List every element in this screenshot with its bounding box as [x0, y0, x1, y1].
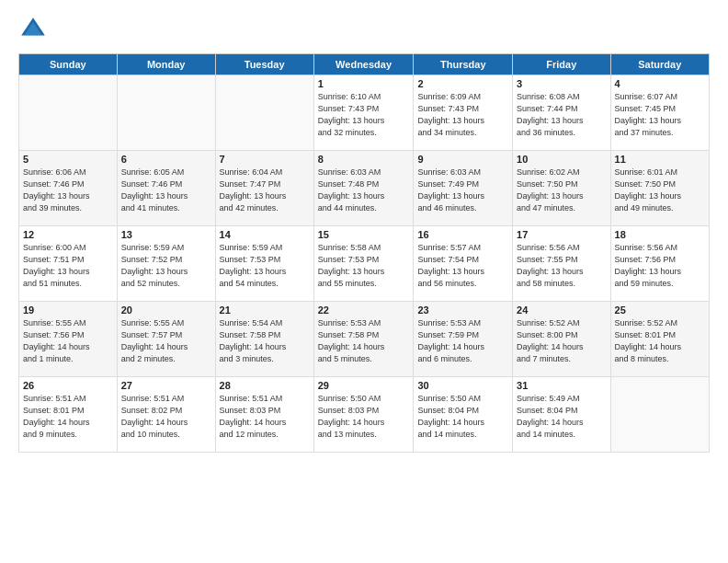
calendar-cell: 1Sunrise: 6:10 AM Sunset: 7:43 PM Daylig…	[313, 75, 414, 151]
day-number: 1	[318, 78, 410, 89]
day-detail: Sunrise: 6:03 AM Sunset: 7:48 PM Dayligh…	[318, 167, 410, 214]
calendar-cell: 25Sunrise: 5:52 AM Sunset: 8:01 PM Dayli…	[610, 302, 709, 377]
week-row-2: 5Sunrise: 6:06 AM Sunset: 7:46 PM Daylig…	[19, 151, 710, 226]
day-number: 9	[417, 154, 508, 165]
calendar-cell: 15Sunrise: 5:58 AM Sunset: 7:53 PM Dayli…	[313, 226, 414, 302]
calendar-cell: 24Sunrise: 5:52 AM Sunset: 8:00 PM Dayli…	[513, 302, 610, 377]
weekday-header-row: SundayMondayTuesdayWednesdayThursdayFrid…	[19, 54, 710, 75]
day-detail: Sunrise: 5:59 AM Sunset: 7:52 PM Dayligh…	[121, 242, 211, 290]
calendar-cell	[215, 75, 313, 151]
day-detail: Sunrise: 6:00 AM Sunset: 7:51 PM Dayligh…	[23, 242, 113, 290]
day-number: 11	[615, 154, 705, 165]
day-number: 10	[517, 154, 606, 165]
calendar-cell: 18Sunrise: 5:56 AM Sunset: 7:56 PM Dayli…	[610, 226, 709, 302]
calendar-cell: 16Sunrise: 5:57 AM Sunset: 7:54 PM Dayli…	[414, 226, 513, 302]
day-detail: Sunrise: 5:57 AM Sunset: 7:54 PM Dayligh…	[417, 242, 508, 290]
calendar-cell	[19, 75, 118, 151]
day-number: 20	[121, 304, 211, 316]
week-row-1: 1Sunrise: 6:10 AM Sunset: 7:43 PM Daylig…	[19, 75, 710, 151]
day-detail: Sunrise: 5:51 AM Sunset: 8:01 PM Dayligh…	[23, 393, 113, 441]
day-number: 4	[615, 78, 705, 89]
day-detail: Sunrise: 5:59 AM Sunset: 7:53 PM Dayligh…	[220, 242, 310, 290]
day-detail: Sunrise: 5:58 AM Sunset: 7:53 PM Dayligh…	[318, 242, 410, 290]
calendar-cell: 22Sunrise: 5:53 AM Sunset: 7:58 PM Dayli…	[313, 302, 414, 377]
calendar-cell: 8Sunrise: 6:03 AM Sunset: 7:48 PM Daylig…	[313, 151, 414, 226]
day-number: 26	[23, 380, 113, 391]
day-detail: Sunrise: 5:50 AM Sunset: 8:04 PM Dayligh…	[417, 393, 508, 441]
weekday-header-saturday: Saturday	[610, 54, 709, 75]
calendar-cell: 2Sunrise: 6:09 AM Sunset: 7:43 PM Daylig…	[414, 75, 513, 151]
calendar-cell: 26Sunrise: 5:51 AM Sunset: 8:01 PM Dayli…	[19, 377, 118, 453]
day-number: 8	[318, 154, 410, 165]
day-detail: Sunrise: 6:08 AM Sunset: 7:44 PM Dayligh…	[517, 91, 606, 139]
day-number: 15	[318, 229, 410, 240]
calendar-cell: 6Sunrise: 6:05 AM Sunset: 7:46 PM Daylig…	[117, 151, 215, 226]
calendar-cell: 11Sunrise: 6:01 AM Sunset: 7:50 PM Dayli…	[610, 151, 709, 226]
day-number: 12	[23, 229, 113, 240]
logo-icon	[18, 15, 48, 44]
weekday-header-sunday: Sunday	[19, 54, 118, 75]
header	[18, 15, 710, 44]
calendar-cell	[610, 377, 709, 453]
calendar-cell: 30Sunrise: 5:50 AM Sunset: 8:04 PM Dayli…	[414, 377, 513, 453]
calendar-cell: 27Sunrise: 5:51 AM Sunset: 8:02 PM Dayli…	[117, 377, 215, 453]
week-row-5: 26Sunrise: 5:51 AM Sunset: 8:01 PM Dayli…	[19, 377, 710, 453]
day-detail: Sunrise: 6:03 AM Sunset: 7:49 PM Dayligh…	[417, 167, 508, 214]
calendar-cell: 29Sunrise: 5:50 AM Sunset: 8:03 PM Dayli…	[313, 377, 414, 453]
day-detail: Sunrise: 6:04 AM Sunset: 7:47 PM Dayligh…	[220, 167, 310, 214]
page: SundayMondayTuesdayWednesdayThursdayFrid…	[0, 0, 728, 563]
calendar-cell: 7Sunrise: 6:04 AM Sunset: 7:47 PM Daylig…	[215, 151, 313, 226]
calendar-cell: 5Sunrise: 6:06 AM Sunset: 7:46 PM Daylig…	[19, 151, 118, 226]
day-number: 19	[23, 304, 113, 316]
weekday-header-thursday: Thursday	[414, 54, 513, 75]
day-number: 14	[220, 229, 310, 240]
calendar-cell: 17Sunrise: 5:56 AM Sunset: 7:55 PM Dayli…	[513, 226, 610, 302]
day-detail: Sunrise: 5:52 AM Sunset: 8:00 PM Dayligh…	[517, 317, 606, 365]
weekday-header-monday: Monday	[117, 54, 215, 75]
day-number: 16	[417, 229, 508, 240]
day-detail: Sunrise: 5:54 AM Sunset: 7:58 PM Dayligh…	[220, 317, 310, 365]
calendar-cell: 20Sunrise: 5:55 AM Sunset: 7:57 PM Dayli…	[117, 302, 215, 377]
weekday-header-tuesday: Tuesday	[215, 54, 313, 75]
calendar-cell: 21Sunrise: 5:54 AM Sunset: 7:58 PM Dayli…	[215, 302, 313, 377]
day-detail: Sunrise: 5:51 AM Sunset: 8:03 PM Dayligh…	[220, 393, 310, 441]
logo	[18, 15, 51, 44]
day-number: 3	[517, 78, 606, 89]
day-detail: Sunrise: 6:01 AM Sunset: 7:50 PM Dayligh…	[615, 167, 705, 214]
day-number: 17	[517, 229, 606, 240]
day-number: 13	[121, 229, 211, 240]
day-detail: Sunrise: 5:55 AM Sunset: 7:57 PM Dayligh…	[121, 317, 211, 365]
day-detail: Sunrise: 6:05 AM Sunset: 7:46 PM Dayligh…	[121, 167, 211, 214]
calendar-cell: 12Sunrise: 6:00 AM Sunset: 7:51 PM Dayli…	[19, 226, 118, 302]
day-detail: Sunrise: 6:02 AM Sunset: 7:50 PM Dayligh…	[517, 167, 606, 214]
calendar-cell: 4Sunrise: 6:07 AM Sunset: 7:45 PM Daylig…	[610, 75, 709, 151]
day-detail: Sunrise: 5:49 AM Sunset: 8:04 PM Dayligh…	[517, 393, 606, 441]
day-detail: Sunrise: 5:53 AM Sunset: 7:59 PM Dayligh…	[417, 317, 508, 365]
day-number: 24	[517, 304, 606, 316]
week-row-3: 12Sunrise: 6:00 AM Sunset: 7:51 PM Dayli…	[19, 226, 710, 302]
weekday-header-wednesday: Wednesday	[313, 54, 414, 75]
week-row-4: 19Sunrise: 5:55 AM Sunset: 7:56 PM Dayli…	[19, 302, 710, 377]
day-number: 18	[615, 229, 705, 240]
day-detail: Sunrise: 5:50 AM Sunset: 8:03 PM Dayligh…	[318, 393, 410, 441]
calendar-cell: 19Sunrise: 5:55 AM Sunset: 7:56 PM Dayli…	[19, 302, 118, 377]
day-number: 23	[417, 304, 508, 316]
day-detail: Sunrise: 6:07 AM Sunset: 7:45 PM Dayligh…	[615, 91, 705, 139]
day-detail: Sunrise: 6:10 AM Sunset: 7:43 PM Dayligh…	[318, 91, 410, 139]
calendar-cell: 10Sunrise: 6:02 AM Sunset: 7:50 PM Dayli…	[513, 151, 610, 226]
calendar-cell: 23Sunrise: 5:53 AM Sunset: 7:59 PM Dayli…	[414, 302, 513, 377]
day-detail: Sunrise: 6:06 AM Sunset: 7:46 PM Dayligh…	[23, 167, 113, 214]
day-detail: Sunrise: 5:55 AM Sunset: 7:56 PM Dayligh…	[23, 317, 113, 365]
day-detail: Sunrise: 5:51 AM Sunset: 8:02 PM Dayligh…	[121, 393, 211, 441]
calendar-cell	[117, 75, 215, 151]
day-number: 31	[517, 380, 606, 391]
day-number: 27	[121, 380, 211, 391]
calendar-cell: 13Sunrise: 5:59 AM Sunset: 7:52 PM Dayli…	[117, 226, 215, 302]
day-number: 30	[417, 380, 508, 391]
day-detail: Sunrise: 5:56 AM Sunset: 7:56 PM Dayligh…	[615, 242, 705, 290]
day-number: 2	[417, 78, 508, 89]
calendar: SundayMondayTuesdayWednesdayThursdayFrid…	[18, 53, 710, 453]
day-number: 6	[121, 154, 211, 165]
day-number: 21	[220, 304, 310, 316]
day-number: 28	[220, 380, 310, 391]
